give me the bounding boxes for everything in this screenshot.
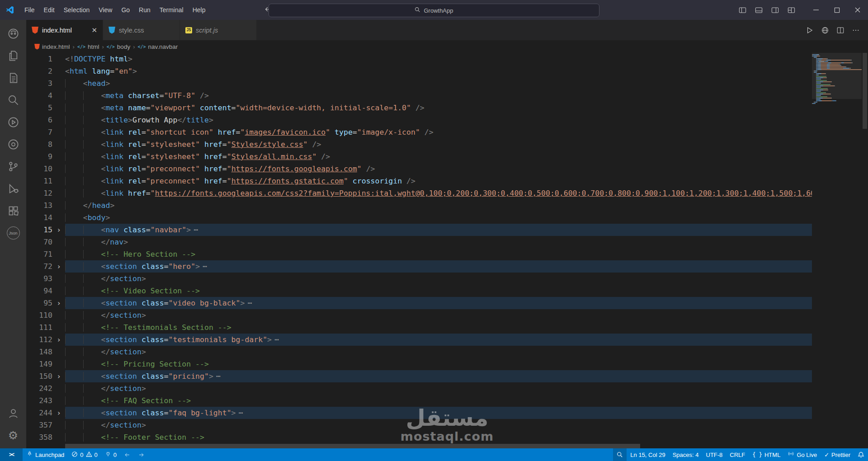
code-line[interactable]: 11 <link rel="preconnect" href="https://… (26, 175, 812, 187)
problems-indicator[interactable]: 0 0 (68, 448, 101, 461)
language-mode[interactable]: { } HTML (749, 448, 784, 461)
record-circle-icon[interactable] (2, 133, 24, 155)
vertical-scrollbar[interactable] (862, 53, 868, 448)
vertical-scrollbar-thumb[interactable] (863, 53, 867, 129)
breadcrumb-html[interactable]: </> html (77, 43, 99, 50)
code-line[interactable]: 95› <section class="video bg-black">⋯ (26, 297, 812, 309)
code-line[interactable]: 93 </section> (26, 273, 812, 285)
code-line[interactable]: 15› <nav class="navbar">⋯ (26, 224, 812, 236)
encoding[interactable]: UTF-8 (703, 448, 726, 461)
menu-view[interactable]: View (94, 0, 117, 20)
run-file-icon[interactable] (803, 24, 816, 37)
copilot-icon[interactable] (2, 23, 24, 45)
code-line[interactable]: 70 </nav> (26, 236, 812, 248)
code-line[interactable]: 112› <section class="testimonials bg-dar… (26, 334, 812, 346)
customize-layout-icon[interactable] (784, 3, 798, 17)
code-line[interactable]: 12 <link href="https://fonts.googleapis.… (26, 187, 812, 199)
code-line[interactable]: 72› <section class="hero">⋯ (26, 260, 812, 273)
tab-index-html[interactable]: index.html ✕ (26, 20, 103, 40)
code-line[interactable]: 71 <!-- Hero Section --> (26, 248, 812, 260)
toggle-secondary-sidebar-icon[interactable] (768, 3, 782, 17)
status-back-icon[interactable] (120, 448, 134, 461)
account-icon[interactable] (2, 402, 24, 424)
remote-indicator[interactable]: >< (0, 448, 23, 461)
code-line[interactable]: 148 </section> (26, 346, 812, 358)
fold-chevron-icon[interactable]: › (52, 407, 65, 419)
ports-indicator[interactable]: 0 (101, 448, 120, 461)
code-line[interactable]: 150› <section class="pricing">⋯ (26, 370, 812, 382)
code-line[interactable]: 13 </head> (26, 199, 812, 212)
json-tools-icon[interactable]: Json (2, 222, 24, 244)
launchpad-button[interactable]: Launchpad (23, 448, 68, 461)
fold-chevron-icon[interactable]: › (52, 334, 65, 346)
fold-chevron-icon[interactable]: › (52, 224, 65, 236)
code-editor[interactable]: 1<!DOCTYPE html>2<html lang="en">3 <head… (26, 53, 868, 448)
toggle-sidebar-icon[interactable] (735, 3, 750, 17)
code-line[interactable]: 149 <!-- Pricing Section --> (26, 358, 812, 370)
code-line[interactable]: 358 <!-- Footer Section --> (26, 431, 812, 443)
fold-chevron-icon[interactable]: › (52, 297, 65, 309)
code-line[interactable]: 8 <link rel="stylesheet" href="Styles/st… (26, 138, 812, 151)
documents-icon[interactable] (2, 67, 24, 89)
code-line[interactable]: 357 </section> (26, 419, 812, 431)
code-line[interactable]: 244› <section class="faq bg-light">⋯ (26, 407, 812, 419)
breadcrumb-body[interactable]: </> body (107, 43, 130, 50)
open-in-browser-icon[interactable] (818, 24, 832, 37)
status-forward-icon[interactable] (134, 448, 148, 461)
menu-edit[interactable]: Edit (39, 0, 59, 20)
close-tab-icon[interactable]: ✕ (91, 26, 97, 34)
explorer-icon[interactable] (2, 45, 24, 67)
code-line[interactable]: 111 <!-- Testimonials Section --> (26, 321, 812, 334)
extensions-icon[interactable] (2, 200, 24, 222)
source-control-icon[interactable] (2, 155, 24, 178)
horizontal-scrollbar-thumb[interactable] (65, 444, 640, 448)
horizontal-scrollbar[interactable] (65, 444, 812, 448)
fold-chevron-icon[interactable]: › (52, 370, 65, 382)
cursor-position[interactable]: Ln 15, Col 29 (627, 448, 669, 461)
menu-help[interactable]: Help (188, 0, 210, 20)
go-live-button[interactable]: Go Live (784, 448, 821, 461)
minimap[interactable] (812, 53, 862, 448)
code-line[interactable]: 14 <body> (26, 212, 812, 224)
code-line[interactable]: 5 <meta name="viewport" content="width=d… (26, 102, 812, 114)
code-line[interactable]: 7 <link rel="shortcut icon" href="images… (26, 126, 812, 138)
notifications-bell-icon[interactable] (854, 448, 868, 461)
code-line[interactable]: 242 </section> (26, 382, 812, 395)
code-line[interactable]: 1<!DOCTYPE html> (26, 53, 812, 65)
code-line[interactable]: 3 <head> (26, 77, 812, 89)
split-editor-icon[interactable] (834, 24, 847, 37)
code-line[interactable]: 2<html lang="en"> (26, 65, 812, 77)
code-line[interactable]: 6 <title>Growth App</title> (26, 114, 812, 126)
menu-run[interactable]: Run (134, 0, 155, 20)
menu-file[interactable]: File (20, 0, 39, 20)
more-actions-icon[interactable] (849, 24, 863, 37)
eol-sequence[interactable]: CRLF (726, 448, 749, 461)
close-button[interactable] (847, 0, 868, 20)
zoom-indicator[interactable] (613, 448, 627, 461)
search-icon[interactable] (2, 89, 24, 111)
code-line[interactable]: 243 <!-- FAQ Section --> (26, 395, 812, 407)
minimap-slider[interactable] (812, 53, 862, 99)
code-line[interactable]: 10 <link rel="preconnect" href="https://… (26, 163, 812, 175)
prettier-indicator[interactable]: ✓ Prettier (821, 448, 854, 461)
minimize-button[interactable] (806, 0, 826, 20)
tab-script-js[interactable]: JS script.js (180, 20, 257, 40)
indentation[interactable]: Spaces: 4 (669, 448, 703, 461)
play-circle-icon[interactable] (2, 111, 24, 133)
command-center-search[interactable]: GrowthApp (269, 4, 599, 17)
code-line[interactable]: 4 <meta charset="UTF-8" /> (26, 89, 812, 102)
breadcrumb-file[interactable]: index.html (34, 43, 70, 50)
breadcrumb-nav-navbar[interactable]: </> nav.navbar (137, 43, 178, 50)
code-line[interactable]: 9 <link rel="stylesheet" href="Styles/al… (26, 151, 812, 163)
code-line[interactable]: 110 </section> (26, 309, 812, 321)
settings-gear-icon[interactable]: ⚙ (2, 424, 24, 447)
tab-style-css[interactable]: style.css (103, 20, 180, 40)
code-line[interactable]: 94 <!-- Video Section --> (26, 285, 812, 297)
maximize-button[interactable] (826, 0, 847, 20)
menu-go[interactable]: Go (117, 0, 134, 20)
fold-chevron-icon[interactable]: › (52, 260, 65, 273)
toggle-panel-icon[interactable] (751, 3, 766, 17)
run-debug-icon[interactable] (2, 178, 24, 200)
menu-terminal[interactable]: Terminal (155, 0, 188, 20)
menu-selection[interactable]: Selection (59, 0, 94, 20)
